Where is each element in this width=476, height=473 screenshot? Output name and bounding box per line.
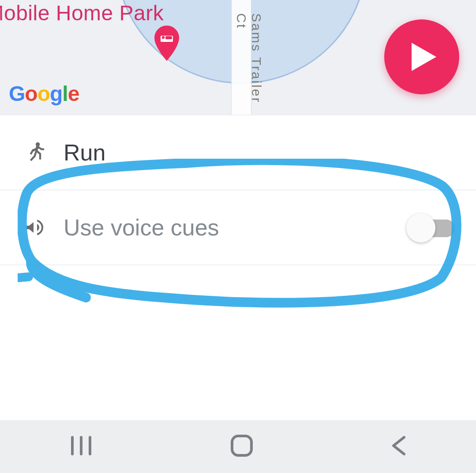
home-icon [230, 434, 254, 458]
home-button[interactable] [203, 425, 280, 468]
back-icon [389, 435, 409, 457]
poi-label: m's Mobile Home Park [0, 1, 164, 25]
back-button[interactable] [363, 426, 435, 467]
svg-point-1 [162, 36, 165, 39]
google-attribution: Google [9, 82, 79, 106]
recent-apps-icon [68, 436, 94, 456]
lodging-pin-icon [154, 26, 179, 61]
android-nav-bar [0, 420, 476, 473]
toggle-knob [406, 213, 435, 242]
megaphone-icon [21, 217, 48, 238]
activity-type-row[interactable]: Run [0, 115, 476, 190]
voice-cues-toggle[interactable] [409, 216, 455, 239]
street-label: Sams Trailer Ct [234, 13, 264, 115]
activity-type-label: Run [64, 139, 455, 166]
voice-cues-label: Use voice cues [64, 214, 409, 241]
voice-cues-row[interactable]: Use voice cues [0, 190, 476, 265]
map-view[interactable]: m's Mobile Home Park Sams Trailer Ct Goo… [0, 0, 476, 115]
settings-list: Run Use voice cues [0, 115, 476, 265]
svg-rect-2 [165, 36, 172, 39]
recent-apps-button[interactable] [41, 427, 121, 466]
start-activity-button[interactable] [384, 19, 459, 94]
run-icon [21, 141, 48, 164]
svg-rect-7 [232, 436, 251, 455]
play-icon [407, 43, 436, 71]
